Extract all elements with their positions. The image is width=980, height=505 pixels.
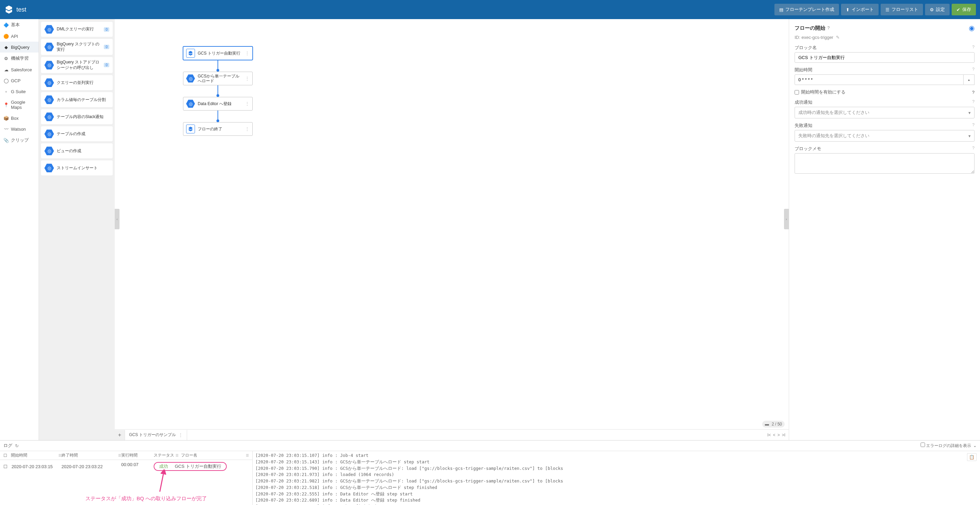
- palette-block[interactable]: ◎ストリームインサート: [41, 160, 113, 175]
- settings-button[interactable]: ⚙設定: [925, 4, 950, 15]
- help-icon[interactable]: ?: [972, 99, 975, 105]
- sidebar-item-基本[interactable]: 🔷基本: [0, 19, 38, 31]
- log-row[interactable]: ☐ 2020-07-20 23:03:15 2020-07-20 23:03:2…: [0, 460, 252, 473]
- sidebar-item-G Suite[interactable]: ▫G Suite: [0, 86, 38, 97]
- sidebar-item-label: Watson: [11, 127, 26, 132]
- flow-list-button[interactable]: ☰フローリスト: [881, 4, 923, 15]
- filter-icon[interactable]: ☰: [118, 454, 121, 457]
- node-menu-icon[interactable]: ⋮: [245, 101, 250, 106]
- import-button[interactable]: ⬆インポート: [841, 4, 878, 15]
- memo-textarea[interactable]: [795, 153, 975, 174]
- filter-icon[interactable]: ☰: [246, 454, 249, 457]
- enable-start-checkbox[interactable]: 開始時間を有効にする ?: [795, 89, 975, 95]
- node-label: GCSから単一テーブルへロード: [198, 74, 242, 84]
- help-icon[interactable]: ?: [972, 122, 975, 129]
- edit-id-icon[interactable]: ✎: [836, 35, 840, 40]
- category-icon: 📎: [3, 138, 9, 143]
- tabs-first-icon[interactable]: I<: [767, 433, 771, 437]
- sidebar-item-GCP[interactable]: ◯GCP: [0, 75, 38, 86]
- copy-log-icon[interactable]: 📋: [967, 453, 977, 461]
- chevron-down-icon: ▾: [968, 110, 971, 115]
- category-icon: 📦: [3, 115, 9, 121]
- flow-node-start[interactable]: GCS トリガー自動実行 ⋮: [183, 46, 253, 60]
- sidebar-item-クリップ[interactable]: 📎クリップ: [0, 135, 38, 146]
- block-name-input[interactable]: [795, 52, 975, 63]
- collapse-left-handle[interactable]: ‹: [115, 209, 119, 229]
- help-icon[interactable]: ?: [972, 67, 975, 73]
- sidebar-item-API[interactable]: 🟠API: [0, 31, 38, 41]
- block-icon: ◎: [45, 112, 54, 121]
- help-icon[interactable]: ?: [827, 25, 830, 30]
- th-flow[interactable]: フロー名: [181, 453, 197, 458]
- help-icon[interactable]: ?: [972, 90, 975, 95]
- block-label: DMLクエリーの実行: [57, 27, 94, 32]
- flow-canvas[interactable]: ‹ › GCS トリガー自動実行 ⋮ ◎ GCSから単一テーブルへロード ⋮ ◎…: [115, 19, 789, 419]
- node-label: GCS トリガー自動実行: [198, 51, 242, 56]
- sidebar-item-BigQuery[interactable]: ◆BigQuery: [0, 41, 38, 52]
- node-menu-icon[interactable]: ⋮: [245, 76, 250, 81]
- collapse-right-handle[interactable]: ›: [784, 209, 789, 229]
- success-notify-label: 成功通知: [795, 99, 812, 105]
- flow-node-end[interactable]: フローの終了 ⋮: [183, 122, 253, 136]
- app-logo-icon: [4, 5, 14, 14]
- fail-notify-select[interactable]: 失敗時の通知先を選択してください▾: [795, 130, 975, 141]
- flow-node[interactable]: ◎ Data Editor へ登録 ⋮: [183, 97, 253, 111]
- app-title: test: [16, 6, 26, 13]
- flow-tab[interactable]: GCS トリガーのサンプル ⋮: [125, 430, 187, 440]
- block-icon: ◎: [45, 60, 54, 70]
- node-label: フローの終了: [198, 127, 242, 131]
- node-menu-icon[interactable]: ⋮: [245, 51, 250, 56]
- start-time-label: 開始時間: [795, 67, 812, 73]
- run-flow-icon[interactable]: ◉: [969, 24, 975, 32]
- block-label: カラム値毎のテーブル分割: [57, 97, 106, 103]
- palette-block[interactable]: ◎クエリーの並列実行: [41, 75, 113, 90]
- sidebar-item-Google Maps[interactable]: 📍Google Maps: [0, 97, 38, 113]
- start-time-input[interactable]: [795, 75, 964, 85]
- tabs-next-icon[interactable]: >: [778, 433, 780, 437]
- sidebar-item-Watson[interactable]: 〰Watson: [0, 124, 38, 135]
- palette-block[interactable]: ◎テーブルの作成: [41, 126, 113, 141]
- collapse-log-icon[interactable]: ⌄: [973, 443, 977, 448]
- palette-block[interactable]: ◎カラム値毎のテーブル分割: [41, 92, 113, 107]
- sidebar-item-機械学習[interactable]: ⚙機械学習: [0, 52, 38, 64]
- refresh-icon[interactable]: ↻: [15, 443, 19, 448]
- sidebar-item-label: 機械学習: [11, 55, 29, 62]
- tabs-last-icon[interactable]: >I: [782, 433, 785, 437]
- save-button[interactable]: ✔保存: [952, 4, 976, 15]
- help-icon[interactable]: ?: [972, 45, 975, 51]
- filter-icon[interactable]: ☰: [58, 454, 62, 457]
- sidebar-item-Salesforce[interactable]: ☁Salesforce: [0, 64, 38, 75]
- tab-menu-icon[interactable]: ⋮: [178, 433, 183, 437]
- error-detail-checkbox[interactable]: エラーログの詳細を表示: [921, 443, 971, 449]
- sidebar-item-label: BigQuery: [11, 45, 29, 50]
- th-start[interactable]: 開始時間: [11, 453, 27, 458]
- block-icon: ◎: [45, 146, 54, 156]
- node-menu-icon[interactable]: ⋮: [245, 126, 250, 132]
- palette-block[interactable]: ◎BigQuery ストアドプロシージャの呼び出し0: [41, 57, 113, 73]
- success-notify-select[interactable]: 成功時の通知先を選択してください▾: [795, 107, 975, 118]
- counter-icon: ▬: [765, 422, 769, 427]
- category-icon: 〰: [3, 126, 9, 132]
- help-icon[interactable]: ?: [972, 146, 975, 152]
- tab-label: GCS トリガーのサンプル: [129, 432, 176, 438]
- th-end[interactable]: 終了時間: [62, 453, 78, 458]
- annotation-arrow-icon: [156, 470, 167, 493]
- block-icon: ◎: [45, 78, 54, 87]
- palette-block[interactable]: ◎BigQuery スクリプトの実行0: [41, 39, 113, 55]
- palette-block[interactable]: ◎DMLクエリーの実行0: [41, 22, 113, 37]
- stepper-up-icon[interactable]: ▴: [964, 75, 975, 85]
- th-status[interactable]: ステータス: [154, 453, 174, 458]
- sidebar-item-label: 基本: [11, 22, 20, 28]
- add-tab-button[interactable]: +: [115, 430, 125, 440]
- category-icon: ⚙: [3, 56, 9, 61]
- filter-icon[interactable]: ☰: [175, 454, 178, 457]
- create-template-button[interactable]: ▤フローテンプレート作成: [775, 4, 839, 15]
- panel-title: フローの開始: [795, 25, 825, 32]
- th-dur[interactable]: 実行時間: [121, 453, 138, 457]
- flow-node[interactable]: ◎ GCSから単一テーブルへロード ⋮: [183, 71, 253, 85]
- sidebar-item-Box[interactable]: 📦Box: [0, 113, 38, 124]
- palette-block[interactable]: ◎テーブル内容のSlack通知: [41, 109, 113, 124]
- tabs-prev-icon[interactable]: <: [773, 433, 775, 437]
- palette-block[interactable]: ◎ビューの作成: [41, 143, 113, 158]
- upload-icon: ⬆: [846, 7, 850, 12]
